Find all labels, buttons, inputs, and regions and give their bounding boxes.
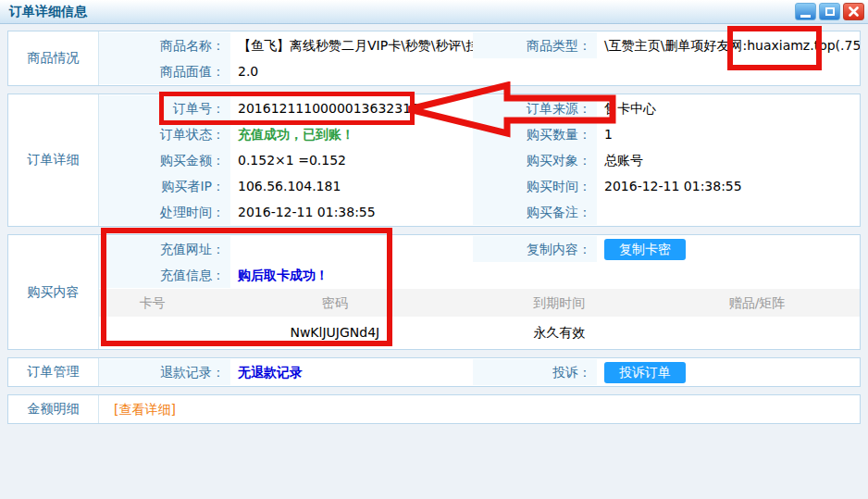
- order-source-label: 订单来源：: [473, 95, 597, 121]
- card-table-header: 卡号 密码 到期时间 赠品/矩阵: [99, 289, 860, 317]
- product-name-label: 商品名称：: [99, 32, 230, 58]
- section-header-purchase: 购买内容: [8, 235, 99, 349]
- process-time-row: 处理时间： 2016-12-11 01:38:55: [99, 199, 473, 225]
- buy-qty-row: 购买数量： 1: [473, 121, 860, 147]
- close-icon: [849, 6, 859, 17]
- product-type-label: 商品类型：: [473, 32, 597, 58]
- order-status-row: 订单状态： 充值成功，已到账！: [99, 121, 473, 147]
- buyer-ip-row: 购买者IP： 106.56.104.181: [99, 173, 473, 199]
- recharge-info-row: 充值信息： 购后取卡成功！: [99, 262, 473, 288]
- product-face-label: 商品面值：: [99, 58, 230, 84]
- card-table-row: NwKlJUJGNd4J 永久有效: [99, 317, 860, 348]
- complaint-row: 投诉： 投诉订单: [473, 359, 860, 385]
- complaint-order-button[interactable]: 投诉订单: [604, 362, 686, 383]
- card-gift-header: 赠品/矩阵: [654, 289, 860, 317]
- card-password-header: 密码: [205, 289, 464, 317]
- refund-record-label: 退款记录：: [99, 359, 230, 385]
- buy-qty-value: 1: [597, 121, 860, 147]
- buy-note-label: 购买备注：: [473, 199, 597, 225]
- order-number-value: 2016121110000013632318: [230, 95, 473, 121]
- buy-time-value: 2016-12-11 01:38:55: [597, 173, 860, 199]
- section-purchase-content: 购买内容 充值网址： 充值信息： 购后取卡成功！ 复制内容：: [7, 234, 861, 350]
- amount-detail-row: [查看详细]: [99, 396, 860, 422]
- copy-content-label: 复制内容：: [473, 236, 597, 262]
- order-number-row: 订单号： 2016121110000013632318: [99, 95, 473, 121]
- product-face-row: 商品面值： 2.0: [99, 58, 473, 84]
- minimize-button[interactable]: [795, 3, 816, 20]
- section-order-management: 订单管理 退款记录： 无退款记录 投诉： 投诉订单: [7, 357, 861, 387]
- process-time-label: 处理时间：: [99, 199, 230, 225]
- order-amount-label: 购买金额：: [99, 147, 230, 173]
- order-status-value: 充值成功，已到账！: [230, 121, 473, 147]
- card-number-header: 卡号: [99, 289, 205, 317]
- refund-record-value: 无退款记录: [230, 359, 473, 385]
- section-header-product: 商品情况: [8, 31, 99, 85]
- order-amount-row: 购买金额： 0.152×1 =0.152: [99, 147, 473, 173]
- recharge-info-label: 充值信息：: [99, 262, 230, 288]
- maximize-icon: [825, 7, 835, 16]
- product-face-value: 2.0: [230, 58, 473, 84]
- card-expiry-cell: 永久有效: [465, 317, 655, 348]
- card-expiry-header: 到期时间: [465, 289, 655, 317]
- buy-target-value: 总账号: [597, 147, 860, 173]
- order-source-value: 售卡中心: [597, 95, 860, 121]
- refund-record-row: 退款记录： 无退款记录: [99, 359, 473, 385]
- window-titlebar: 订单详细信息: [0, 0, 868, 24]
- copy-card-button[interactable]: 复制卡密: [604, 239, 686, 260]
- card-gift-cell: [654, 317, 860, 348]
- recharge-url-value: [230, 236, 473, 262]
- buy-note-row: 购买备注：: [473, 199, 860, 225]
- buy-target-row: 购买对象： 总账号: [473, 147, 860, 173]
- minimize-icon: [800, 15, 811, 18]
- section-product-info: 商品情况 商品名称： 【鱼飞】离线秒赞二月VIP卡\秒赞\秒评\挂挂 商品面值：…: [7, 31, 861, 86]
- process-time-value: 2016-12-11 01:38:55: [230, 199, 473, 225]
- view-detail-link[interactable]: [查看详细]: [99, 396, 176, 422]
- section-header-amount: 金额明细: [8, 395, 99, 423]
- buy-target-label: 购买对象：: [473, 147, 597, 173]
- recharge-url-row: 充值网址：: [99, 236, 473, 262]
- buy-time-row: 购买时间： 2016-12-11 01:38:55: [473, 173, 860, 199]
- product-type-value: \互赞主页\删单项好友网:huaxiamz.top(.7517: [597, 32, 860, 58]
- product-name-value: 【鱼飞】离线秒赞二月VIP卡\秒赞\秒评\挂挂: [230, 32, 473, 58]
- window-title: 订单详细信息: [9, 4, 87, 20]
- recharge-info-value: 购后取卡成功！: [230, 262, 473, 288]
- window-controls: [795, 3, 864, 20]
- order-status-label: 订单状态：: [99, 121, 230, 147]
- section-header-order: 订单详细: [8, 94, 99, 226]
- section-order-details: 订单详细 订单号： 2016121110000013632318 订单状态： 充…: [7, 94, 861, 227]
- buy-qty-label: 购买数量：: [473, 121, 597, 147]
- product-name-row: 商品名称： 【鱼飞】离线秒赞二月VIP卡\秒赞\秒评\挂挂: [99, 32, 473, 58]
- maximize-button[interactable]: [819, 3, 840, 20]
- recharge-url-label: 充值网址：: [99, 236, 230, 262]
- card-password-cell: NwKlJUJGNd4J: [205, 317, 464, 348]
- section-amount-details: 金额明细 [查看详细]: [7, 394, 861, 424]
- buy-note-value: [597, 199, 860, 225]
- buyer-ip-value: 106.56.104.181: [230, 173, 473, 199]
- complaint-label: 投诉：: [473, 359, 597, 385]
- order-number-label: 订单号：: [99, 95, 230, 121]
- buyer-ip-label: 购买者IP：: [99, 173, 230, 199]
- product-type-row: 商品类型： \互赞主页\删单项好友网:huaxiamz.top(.7517: [473, 32, 860, 58]
- order-source-row: 订单来源： 售卡中心: [473, 95, 860, 121]
- card-number-cell: [99, 317, 205, 348]
- buy-time-label: 购买时间：: [473, 173, 597, 199]
- section-header-manage: 订单管理: [8, 358, 99, 386]
- order-amount-value: 0.152×1 =0.152: [230, 147, 473, 173]
- copy-content-row: 复制内容： 复制卡密: [473, 236, 860, 262]
- close-button[interactable]: [843, 3, 864, 20]
